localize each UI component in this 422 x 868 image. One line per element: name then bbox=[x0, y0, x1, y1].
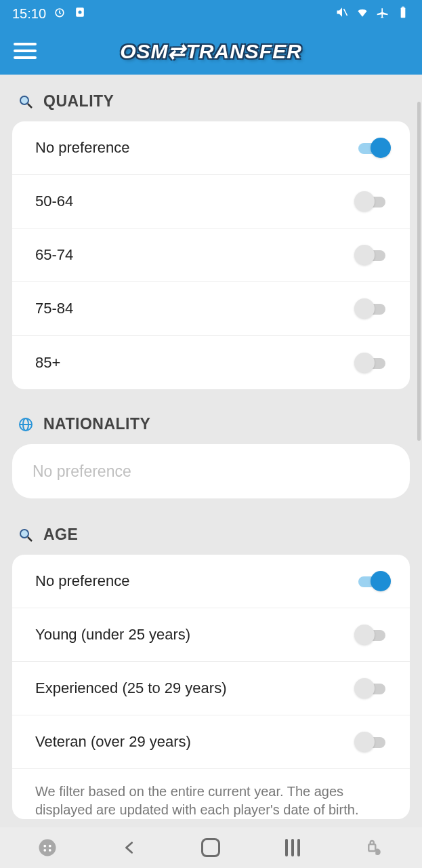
alarm-icon bbox=[53, 5, 66, 22]
status-time: 15:10 bbox=[12, 6, 46, 22]
section-header-quality: QUALITY bbox=[12, 75, 410, 121]
svg-line-7 bbox=[28, 104, 32, 108]
age-row[interactable]: Veteran (over 29 years) bbox=[12, 715, 410, 769]
nav-back-button[interactable] bbox=[116, 834, 143, 861]
svg-point-15 bbox=[49, 845, 51, 848]
game-controller-icon[interactable] bbox=[34, 834, 61, 861]
status-bar: 15:10 bbox=[0, 0, 422, 27]
quality-card: No preference 50-64 65-74 75-84 85+ bbox=[12, 121, 410, 389]
section-title-quality: QUALITY bbox=[43, 92, 114, 111]
quality-row-label: 75-84 bbox=[35, 300, 73, 317]
svg-rect-4 bbox=[401, 7, 406, 18]
magnifier-icon bbox=[18, 94, 34, 110]
svg-point-2 bbox=[79, 10, 82, 14]
quality-toggle-no-preference[interactable] bbox=[354, 138, 389, 157]
svg-point-16 bbox=[44, 849, 47, 852]
content-scroll[interactable]: QUALITY No preference 50-64 65-74 75-84 … bbox=[0, 75, 422, 827]
section-title-age: AGE bbox=[43, 526, 78, 544]
svg-rect-18 bbox=[368, 844, 375, 851]
quality-row-label: 65-74 bbox=[35, 246, 73, 264]
quality-row-label: No preference bbox=[35, 139, 129, 157]
quality-toggle-65-74[interactable] bbox=[354, 245, 389, 264]
quality-row-label: 50-64 bbox=[35, 193, 73, 210]
age-row-label: Experienced (25 to 29 years) bbox=[35, 679, 227, 697]
scrollbar[interactable] bbox=[417, 102, 421, 441]
age-toggle-experienced[interactable] bbox=[354, 679, 389, 698]
nationality-input[interactable] bbox=[33, 462, 389, 481]
quality-toggle-85plus[interactable] bbox=[354, 353, 389, 372]
svg-line-3 bbox=[344, 9, 347, 16]
age-footnote: We filter based on the entire current ye… bbox=[12, 769, 410, 819]
lock-touch-icon[interactable] bbox=[361, 834, 388, 861]
app-bar: OSM⇄TRANSFER bbox=[0, 27, 422, 75]
quality-row[interactable]: 75-84 bbox=[12, 282, 410, 336]
age-row-label: No preference bbox=[35, 572, 129, 590]
mute-icon bbox=[335, 5, 349, 22]
age-toggle-no-preference[interactable] bbox=[354, 572, 389, 591]
svg-line-12 bbox=[28, 537, 32, 541]
quality-toggle-75-84[interactable] bbox=[354, 299, 389, 318]
svg-point-14 bbox=[44, 845, 47, 848]
hamburger-menu-button[interactable] bbox=[14, 43, 37, 59]
age-row-label: Young (under 25 years) bbox=[35, 626, 190, 644]
quality-row[interactable]: 85+ bbox=[12, 336, 410, 389]
nav-recents-button[interactable] bbox=[279, 834, 306, 861]
section-header-nationality: NATIONALITY bbox=[12, 389, 410, 444]
airplane-icon bbox=[376, 5, 389, 22]
quality-toggle-50-64[interactable] bbox=[354, 192, 389, 211]
svg-point-11 bbox=[20, 530, 28, 538]
battery-icon bbox=[396, 5, 410, 22]
system-nav-bar bbox=[0, 827, 422, 868]
globe-icon bbox=[18, 416, 34, 433]
nav-home-button[interactable] bbox=[197, 834, 224, 861]
age-toggle-veteran[interactable] bbox=[354, 732, 389, 751]
svg-rect-5 bbox=[402, 6, 404, 7]
age-toggle-young[interactable] bbox=[354, 625, 389, 644]
status-left: 15:10 bbox=[12, 5, 87, 22]
wifi-icon bbox=[356, 5, 369, 22]
section-title-nationality: NATIONALITY bbox=[43, 415, 150, 433]
svg-point-13 bbox=[39, 840, 56, 856]
age-row[interactable]: Young (under 25 years) bbox=[12, 608, 410, 662]
age-row-label: Veteran (over 29 years) bbox=[35, 733, 191, 751]
quality-row[interactable]: 50-64 bbox=[12, 175, 410, 229]
card-icon bbox=[73, 5, 87, 22]
magnifier-icon bbox=[18, 527, 34, 543]
age-card: No preference Young (under 25 years) Exp… bbox=[12, 555, 410, 819]
quality-row[interactable]: 65-74 bbox=[12, 229, 410, 282]
svg-point-17 bbox=[49, 849, 51, 852]
quality-row-label: 85+ bbox=[35, 354, 60, 372]
svg-point-6 bbox=[20, 96, 28, 104]
age-row[interactable]: Experienced (25 to 29 years) bbox=[12, 662, 410, 715]
status-right bbox=[335, 5, 410, 22]
section-header-age: AGE bbox=[12, 498, 410, 555]
app-title: OSM⇄TRANSFER bbox=[120, 39, 302, 63]
nationality-input-card[interactable] bbox=[12, 444, 410, 498]
quality-row[interactable]: No preference bbox=[12, 121, 410, 175]
age-row[interactable]: No preference bbox=[12, 555, 410, 608]
